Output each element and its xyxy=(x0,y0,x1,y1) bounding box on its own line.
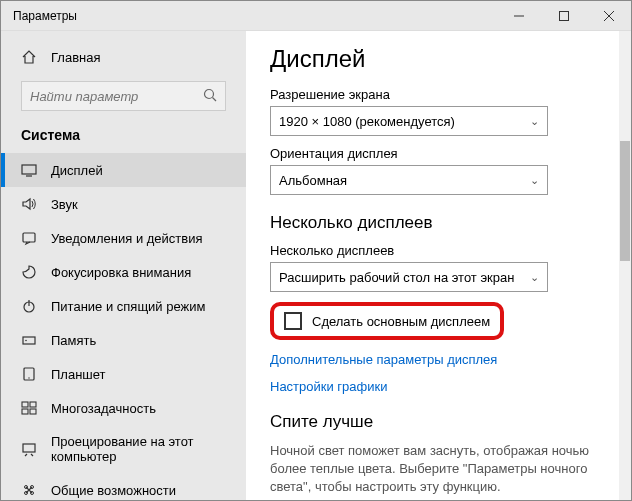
sidebar-heading: Система xyxy=(1,125,246,153)
notifications-icon xyxy=(21,230,37,246)
nav-label: Планшет xyxy=(51,367,106,382)
search-input[interactable] xyxy=(30,89,203,104)
orientation-value: Альбомная xyxy=(279,173,530,188)
orientation-label: Ориентация дисплея xyxy=(270,146,607,161)
sidebar: Главная Система Дисплей Звук Уведомления… xyxy=(1,31,246,500)
svg-rect-15 xyxy=(22,402,28,407)
multitask-icon xyxy=(21,400,37,416)
projection-icon xyxy=(21,441,37,457)
nav-label: Многозадачность xyxy=(51,401,156,416)
titlebar: Параметры xyxy=(1,1,631,31)
multi-label: Несколько дисплеев xyxy=(270,243,607,258)
nav-item-multitask[interactable]: Многозадачность xyxy=(1,391,246,425)
nav-item-notifications[interactable]: Уведомления и действия xyxy=(1,221,246,255)
svg-line-5 xyxy=(213,97,217,101)
nav-label: Память xyxy=(51,333,96,348)
resolution-value: 1920 × 1080 (рекомендуется) xyxy=(279,114,530,129)
display-icon xyxy=(21,162,37,178)
maximize-button[interactable] xyxy=(541,1,586,31)
chevron-down-icon: ⌄ xyxy=(530,115,539,128)
svg-point-14 xyxy=(28,377,29,378)
power-icon xyxy=(21,298,37,314)
multi-value: Расширить рабочий стол на этот экран xyxy=(279,270,530,285)
home-icon xyxy=(21,49,37,65)
home-label: Главная xyxy=(51,50,100,65)
svg-rect-18 xyxy=(30,409,36,414)
nav-item-projection[interactable]: Проецирование на этот компьютер xyxy=(1,425,246,473)
nav-item-focus[interactable]: Фокусировка внимания xyxy=(1,255,246,289)
make-primary-label: Сделать основным дисплеем xyxy=(312,314,490,329)
search-box[interactable] xyxy=(21,81,226,111)
nav-label: Питание и спящий режим xyxy=(51,299,205,314)
nav-label: Звук xyxy=(51,197,78,212)
nav-item-tablet[interactable]: Планшет xyxy=(1,357,246,391)
graphics-settings-link[interactable]: Настройки графики xyxy=(270,379,607,394)
nav-item-shared[interactable]: Общие возможности xyxy=(1,473,246,500)
make-primary-checkbox[interactable]: Сделать основным дисплеем xyxy=(274,306,500,336)
home-link[interactable]: Главная xyxy=(1,41,246,73)
nav-label: Дисплей xyxy=(51,163,103,178)
close-button[interactable] xyxy=(586,1,631,31)
checkbox-icon xyxy=(284,312,302,330)
scrollbar-thumb[interactable] xyxy=(620,141,630,261)
nav-item-sound[interactable]: Звук xyxy=(1,187,246,221)
chevron-down-icon: ⌄ xyxy=(530,271,539,284)
tablet-icon xyxy=(21,366,37,382)
nav-label: Общие возможности xyxy=(51,483,176,498)
sleep-description: Ночной свет поможет вам заснуть, отображ… xyxy=(270,442,607,497)
advanced-display-link[interactable]: Дополнительные параметры дисплея xyxy=(270,352,607,367)
svg-rect-17 xyxy=(22,409,28,414)
window-title: Параметры xyxy=(1,9,496,23)
svg-rect-16 xyxy=(30,402,36,407)
multi-heading: Несколько дисплеев xyxy=(270,213,607,233)
svg-rect-6 xyxy=(22,165,36,174)
svg-point-12 xyxy=(25,340,27,342)
nav-item-power[interactable]: Питание и спящий режим xyxy=(1,289,246,323)
focus-icon xyxy=(21,264,37,280)
scrollbar[interactable] xyxy=(619,31,631,500)
resolution-dropdown[interactable]: 1920 × 1080 (рекомендуется) ⌄ xyxy=(270,106,548,136)
orientation-dropdown[interactable]: Альбомная ⌄ xyxy=(270,165,548,195)
nav-item-storage[interactable]: Память xyxy=(1,323,246,357)
svg-rect-8 xyxy=(23,233,35,242)
nav-label: Фокусировка внимания xyxy=(51,265,191,280)
svg-rect-11 xyxy=(23,337,35,344)
nav-label: Уведомления и действия xyxy=(51,231,203,246)
svg-rect-19 xyxy=(23,444,35,452)
chevron-down-icon: ⌄ xyxy=(530,174,539,187)
svg-rect-1 xyxy=(559,11,568,20)
shared-icon xyxy=(21,482,37,498)
page-title: Дисплей xyxy=(270,45,607,73)
search-icon xyxy=(203,88,217,105)
sleep-heading: Спите лучше xyxy=(270,412,607,432)
minimize-button[interactable] xyxy=(496,1,541,31)
storage-icon xyxy=(21,332,37,348)
nav-label: Проецирование на этот компьютер xyxy=(51,434,226,464)
sound-icon xyxy=(21,196,37,212)
svg-point-4 xyxy=(205,89,214,98)
highlight-box: Сделать основным дисплеем xyxy=(270,302,504,340)
multi-dropdown[interactable]: Расширить рабочий стол на этот экран ⌄ xyxy=(270,262,548,292)
resolution-label: Разрешение экрана xyxy=(270,87,607,102)
main-panel: Дисплей Разрешение экрана 1920 × 1080 (р… xyxy=(246,31,631,500)
nav-item-display[interactable]: Дисплей xyxy=(1,153,246,187)
